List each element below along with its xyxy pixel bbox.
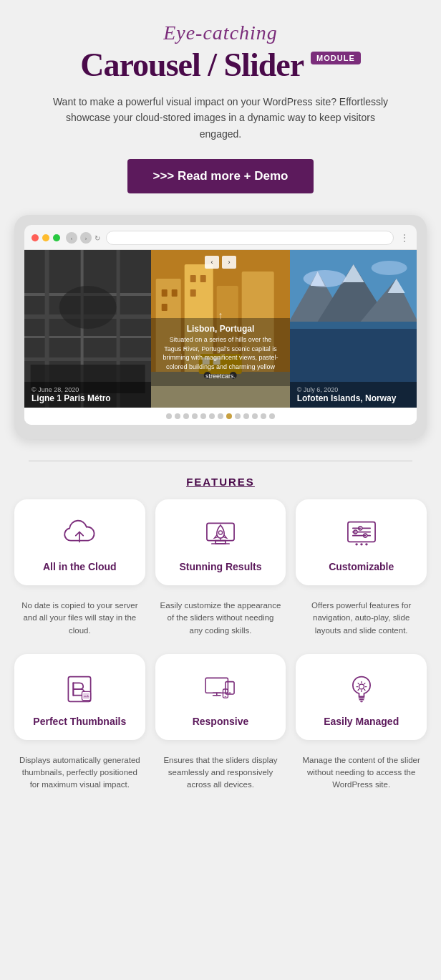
desc-customizable: Offers powerful features for navigation,…	[301, 600, 422, 637]
feature-card-managed: Easily Managed	[296, 654, 427, 740]
feature-card-thumbnails: Perfect Thumbnails	[14, 654, 145, 740]
slide-2-caption: Lisbon, Portugal Situated on a series of…	[151, 318, 289, 386]
title-row: Carousel / Slider MODULE	[14, 46, 427, 84]
slide-1: © June 28, 2020 Ligne 1 Paris Métro	[24, 250, 151, 408]
slide-3-caption: © July 6, 2020 Lofoten Islands, Norway	[290, 382, 417, 408]
slider-nav-arrows: ‹ ›	[205, 256, 236, 269]
svg-line-79	[358, 689, 359, 690]
slide-3: © July 6, 2020 Lofoten Islands, Norway	[290, 250, 417, 408]
dot-red	[32, 234, 39, 241]
module-badge: MODULE	[311, 52, 361, 64]
svg-line-76	[358, 683, 359, 684]
dot-3[interactable]	[183, 413, 189, 419]
slide-2: ↑ Lisbon, Portugal Situated on a series …	[151, 250, 289, 408]
desc-stunning: Easily customize the appearance of the s…	[160, 600, 281, 637]
dot-8[interactable]	[226, 413, 232, 419]
svg-rect-18	[190, 275, 196, 282]
svg-point-42	[218, 531, 222, 534]
svg-rect-3	[24, 336, 151, 338]
svg-rect-16	[172, 289, 178, 297]
browser-dots	[32, 234, 60, 241]
feature-label-cloud: All in the Cloud	[43, 561, 117, 572]
browser-content: ‹ ›	[24, 250, 417, 425]
svg-point-8	[59, 286, 117, 329]
address-bar[interactable]	[106, 231, 394, 245]
svg-rect-60	[205, 678, 228, 693]
desc-thumbnails: Displays automatically generated thumbna…	[19, 754, 140, 792]
dot-4[interactable]	[192, 413, 198, 419]
section-divider	[29, 461, 412, 461]
svg-rect-20	[190, 289, 196, 297]
feature-card-customizable: Customizable	[296, 499, 427, 585]
features-desc-row-1: No date is copied to your server and all…	[14, 600, 427, 637]
forward-arrow[interactable]: ›	[80, 232, 92, 244]
thumbnails-icon	[60, 670, 99, 708]
svg-point-37	[303, 270, 346, 287]
desc-managed: Manage the content of the slider without…	[301, 754, 422, 792]
rocket-icon	[201, 515, 240, 554]
sliders-icon	[342, 515, 381, 554]
svg-point-38	[371, 261, 407, 275]
header-section: Eye-catching Carousel / Slider MODULE Wa…	[14, 21, 427, 215]
slider-next-btn[interactable]: ›	[222, 256, 236, 269]
cta-button[interactable]: >>> Read more + Demo	[127, 159, 314, 193]
feature-label-customizable: Customizable	[329, 561, 394, 572]
feature-label-stunning: Stunning Results	[179, 561, 261, 572]
desc-cloud: No date is copied to your server and all…	[19, 600, 140, 637]
feature-card-responsive: Responsive	[155, 654, 286, 740]
dot-6[interactable]	[209, 413, 215, 419]
feature-label-managed: Easily Managed	[324, 716, 399, 727]
features-grid-bottom: Perfect Thumbnails	[14, 654, 427, 740]
browser-mockup: ‹ › ↻ ⋮ ‹ ›	[14, 215, 427, 439]
features-desc-row-2: Displays automatically generated thumbna…	[14, 754, 427, 792]
slider-container: ‹ ›	[24, 250, 417, 408]
responsive-icon	[201, 670, 240, 708]
dot-10[interactable]	[243, 413, 249, 419]
dot-9[interactable]	[235, 413, 241, 419]
page-wrapper: Eye-catching Carousel / Slider MODULE Wa…	[0, 0, 441, 820]
dot-12[interactable]	[261, 413, 266, 419]
svg-rect-36	[290, 322, 417, 329]
dot-7[interactable]	[218, 413, 223, 419]
feature-label-responsive: Responsive	[193, 716, 249, 727]
feature-card-stunning: Stunning Results	[155, 499, 286, 585]
slide-1-caption: © June 28, 2020 Ligne 1 Paris Métro	[24, 382, 151, 408]
browser-menu[interactable]: ⋮	[399, 232, 410, 244]
svg-point-54	[355, 543, 357, 545]
svg-line-78	[364, 683, 364, 684]
refresh-icon[interactable]: ↻	[94, 234, 100, 242]
dot-green	[53, 234, 60, 241]
feature-label-thumbnails: Perfect Thumbnails	[33, 716, 126, 727]
cloud-icon	[60, 515, 99, 554]
desc-responsive: Ensures that the sliders display seamles…	[160, 754, 281, 792]
slider-prev-btn[interactable]: ‹	[205, 256, 219, 269]
slider-dots	[24, 408, 417, 425]
browser-chrome: ‹ › ↻ ⋮	[24, 225, 417, 250]
feature-card-cloud: All in the Cloud	[14, 499, 145, 585]
svg-rect-17	[162, 304, 168, 311]
svg-rect-64	[226, 682, 234, 694]
svg-line-77	[364, 689, 364, 690]
slide-up-arrow: ↑	[218, 310, 223, 322]
features-grid-top: All in the Cloud	[14, 499, 427, 585]
svg-point-56	[365, 543, 367, 545]
main-title: Carousel / Slider	[80, 46, 304, 84]
managed-icon	[342, 670, 381, 708]
features-section: FEATURES All in the Cloud	[14, 461, 427, 792]
dot-2[interactable]	[175, 413, 180, 419]
svg-rect-59	[84, 693, 90, 699]
dot-yellow	[42, 234, 49, 241]
svg-point-71	[359, 684, 364, 689]
subtitle: Eye-catching	[14, 21, 427, 44]
svg-rect-15	[162, 289, 168, 297]
header-description: Want to make a powerful visual impact on…	[49, 94, 392, 142]
back-arrow[interactable]: ‹	[66, 232, 77, 244]
dot-5[interactable]	[200, 413, 206, 419]
dot-13[interactable]	[269, 413, 275, 419]
svg-rect-4	[24, 357, 151, 361]
svg-rect-19	[200, 275, 206, 282]
features-title: FEATURES	[14, 476, 427, 488]
dot-1[interactable]	[166, 413, 172, 419]
dot-11[interactable]	[252, 413, 258, 419]
svg-point-55	[360, 543, 362, 545]
